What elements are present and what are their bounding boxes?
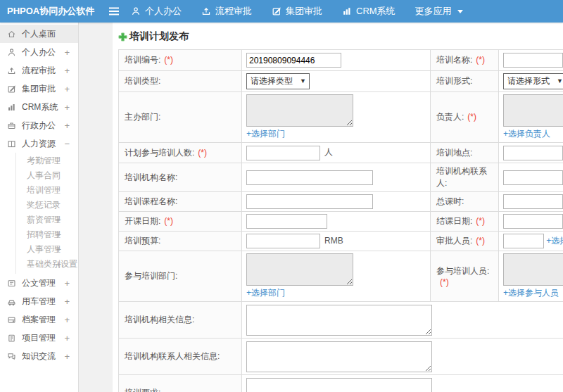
sidebar-item-project[interactable]: 项目管理 +	[0, 329, 78, 347]
sidebar-subitem-base-category[interactable]: 基础类别设置 +	[16, 257, 78, 272]
sidebar-item-vehicle[interactable]: 用车管理 +	[0, 292, 78, 310]
select-dept-link[interactable]: +选择部门	[246, 128, 426, 140]
sidebar-item-personal-desktop[interactable]: 个人桌面	[0, 25, 78, 43]
select-join-dept-link[interactable]: +选择部门	[246, 287, 426, 299]
host-dept-textarea[interactable]	[246, 94, 353, 127]
top-menu-crm[interactable]: CRM系统	[342, 5, 396, 18]
training-no-input[interactable]	[246, 53, 341, 68]
training-require-textarea[interactable]	[246, 378, 432, 392]
chart-icon	[342, 6, 352, 16]
chart-icon	[7, 103, 16, 112]
required-mark: (*)	[476, 236, 485, 246]
sidebar-item-label: 集团审批	[22, 83, 56, 95]
training-place-input[interactable]	[503, 146, 563, 160]
form-row: 参与培训部门: +选择部门 参与培训人员:(*) +选择参与人员	[119, 251, 563, 302]
org-name-input[interactable]	[246, 170, 373, 185]
end-date-input[interactable]	[503, 214, 563, 229]
join-people-textarea[interactable]	[503, 253, 563, 286]
expand-icon[interactable]: +	[64, 47, 70, 58]
select-value: 请选择形式	[507, 75, 550, 87]
unit-suffix: 人	[324, 147, 333, 157]
form-row: 培训要求:	[119, 375, 563, 392]
top-menu-workflow-approval[interactable]: 流程审批	[201, 5, 252, 18]
sidebar-item-knowledge[interactable]: 知识交流 +	[0, 347, 78, 365]
field-label: 培训机构相关信息:	[125, 315, 194, 324]
required-mark: (*)	[476, 55, 485, 65]
sidebar-subitem-hr-contract[interactable]: 人事合同	[16, 168, 78, 183]
sidebar-item-workflow-approval[interactable]: 流程审批 +	[0, 61, 78, 80]
expand-icon[interactable]: +	[56, 259, 61, 270]
currency-suffix: RMB	[324, 236, 343, 246]
training-mode-select[interactable]: 请选择形式▼	[503, 73, 563, 89]
top-menu-group-approval[interactable]: 集团审批	[272, 5, 322, 18]
expand-icon[interactable]: +	[56, 229, 61, 240]
sidebar-item-label: 行政办公	[22, 120, 56, 132]
expand-icon[interactable]: +	[64, 84, 70, 94]
start-date-input[interactable]	[246, 214, 327, 229]
sidebar-subitem-personnel[interactable]: 人事管理 +	[16, 242, 78, 257]
sidebar-item-archive[interactable]: 档案管理 +	[0, 310, 78, 329]
sidebar-item-label: CRM系统	[22, 101, 58, 113]
upload-icon	[201, 6, 211, 16]
form-row: 培训机构相关信息:	[119, 302, 563, 339]
select-leader-link[interactable]: +选择负责人	[503, 128, 563, 140]
sidebar-subitem-training[interactable]: 培训管理	[16, 183, 78, 198]
approver-input[interactable]	[503, 234, 544, 248]
training-plan-form: 培训编号:(*) 培训名称:(*) 培训类型: 请选择类型▼ 培训形式: 请选择…	[118, 49, 563, 392]
expand-icon[interactable]: +	[64, 278, 70, 289]
sidebar-item-admin-office[interactable]: 行政办公 +	[0, 116, 78, 134]
training-type-select[interactable]: 请选择类型▼	[246, 73, 310, 89]
sidebar-item-label: 知识交流	[22, 350, 56, 362]
sidebar-item-official-doc[interactable]: 公文管理 +	[0, 274, 78, 292]
org-contact-input[interactable]	[503, 170, 563, 185]
main-panel: 培训计划发布 培训编号:(*) 培训名称:(*) 培训类型: 请选择类型▼ 培训…	[113, 23, 563, 392]
leader-textarea[interactable]	[503, 94, 563, 127]
sidebar-subitem-attendance[interactable]: 考勤管理	[16, 153, 78, 168]
archive-icon	[7, 315, 16, 324]
org-contact-info-textarea[interactable]	[246, 341, 432, 372]
edit-icon	[7, 84, 16, 94]
required-mark: (*)	[440, 277, 449, 287]
field-label: 参与培训人员:	[436, 266, 489, 276]
planned-count-input[interactable]	[246, 146, 320, 160]
expand-icon[interactable]: +	[64, 120, 70, 131]
training-name-input[interactable]	[503, 53, 563, 68]
expand-icon[interactable]: +	[64, 351, 70, 362]
sidebar-item-human-resources[interactable]: 人力资源 −	[0, 134, 78, 153]
sidebar-subitem-label: 培训管理	[27, 184, 61, 196]
expand-icon[interactable]: +	[64, 315, 70, 325]
join-dept-textarea[interactable]	[246, 253, 353, 286]
sidebar-subitem-recruit[interactable]: 招聘管理 +	[16, 227, 78, 242]
required-mark: (*)	[476, 216, 485, 226]
org-info-textarea[interactable]	[246, 305, 432, 336]
collapse-icon[interactable]: −	[64, 139, 70, 149]
expand-icon[interactable]: +	[64, 102, 70, 113]
form-row: 开课日期:(*) 结课日期:(*)	[119, 212, 563, 232]
course-name-input[interactable]	[246, 194, 373, 209]
sidebar-item-crm[interactable]: CRM系统 +	[0, 98, 78, 116]
sidebar-item-personal-office[interactable]: 个人办公 +	[0, 43, 78, 61]
top-menu-more-apps[interactable]: 更多应用	[415, 5, 463, 18]
top-menu-personal-office[interactable]: 个人办公	[131, 5, 182, 18]
chevron-down-icon	[457, 10, 463, 13]
select-join-people-link[interactable]: +选择参与人员	[503, 287, 563, 299]
field-label: 培训编号:	[125, 55, 160, 65]
expand-icon[interactable]: +	[64, 333, 70, 343]
sidebar-item-group-approval[interactable]: 集团审批 +	[0, 80, 78, 98]
sidebar-subitem-rewards[interactable]: 奖惩记录	[16, 198, 78, 213]
expand-icon[interactable]: +	[64, 296, 70, 307]
expand-icon[interactable]: +	[56, 244, 61, 255]
select-approver-link[interactable]: +选择审批人员	[546, 236, 563, 246]
chat-icon	[7, 352, 16, 361]
budget-input[interactable]	[246, 234, 320, 248]
hamburger-menu-icon[interactable]	[108, 6, 120, 16]
sidebar-subitem-label: 考勤管理	[27, 155, 61, 167]
sidebar-item-label: 个人办公	[22, 46, 56, 58]
edit-icon	[272, 6, 282, 16]
required-mark: (*)	[198, 148, 207, 158]
expand-icon[interactable]: +	[56, 215, 61, 225]
total-hours-input[interactable]	[503, 194, 563, 209]
sidebar-subitem-salary[interactable]: 薪资管理 +	[16, 213, 78, 227]
expand-icon[interactable]: +	[64, 65, 70, 76]
briefcase-icon	[7, 121, 16, 130]
